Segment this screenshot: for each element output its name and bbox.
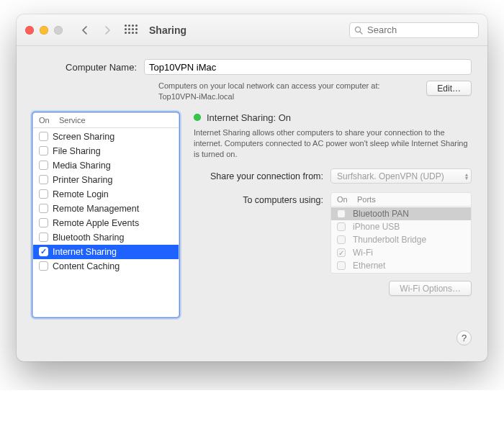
port-checkbox[interactable]	[337, 235, 346, 244]
search-field[interactable]	[349, 22, 479, 38]
service-label: Remote Login	[53, 189, 109, 199]
ports-header: On Ports	[331, 193, 471, 207]
computer-name-row: Computer Name:	[54, 59, 472, 75]
service-checkbox[interactable]	[39, 204, 48, 213]
computer-name-input[interactable]	[144, 59, 472, 75]
service-row[interactable]: Remote Login	[33, 187, 179, 202]
service-checkbox[interactable]	[39, 218, 48, 227]
port-checkbox[interactable]	[337, 209, 346, 218]
service-row[interactable]: Remote Apple Events	[33, 216, 179, 230]
computer-name-help: Computers on your local network can acce…	[158, 81, 416, 102]
services-col-service: Service	[59, 116, 173, 125]
service-description: Internet Sharing allows other computers …	[194, 127, 472, 161]
port-row[interactable]: Wi-Fi	[331, 246, 471, 259]
computer-name-label: Computer Name:	[54, 62, 137, 73]
share-from-label: Share your connection from:	[194, 171, 323, 181]
service-row[interactable]: Media Sharing	[33, 158, 179, 173]
service-label: Printer Sharing	[53, 175, 112, 185]
port-label: iPhone USB	[353, 222, 400, 232]
service-label: Content Caching	[53, 261, 120, 271]
service-checkbox[interactable]	[39, 233, 48, 242]
status-indicator-icon	[194, 114, 201, 121]
service-label: Screen Sharing	[53, 132, 114, 142]
service-row[interactable]: Remote Management	[33, 202, 179, 216]
service-label: Bluetooth Sharing	[53, 233, 124, 243]
service-label: File Sharing	[53, 146, 101, 156]
service-label: Remote Management	[53, 204, 139, 214]
service-checkbox[interactable]	[39, 189, 48, 199]
zoom-icon	[54, 26, 63, 35]
services-list[interactable]: On Service Screen SharingFile SharingMed…	[32, 112, 179, 317]
port-row[interactable]: iPhone USB	[331, 220, 471, 233]
popup-arrows-icon: ▴▾	[465, 173, 468, 180]
services-header: On Service	[33, 113, 179, 128]
service-row[interactable]: File Sharing	[33, 144, 179, 158]
ports-col-on: On	[337, 195, 357, 204]
port-label: Ethernet	[353, 261, 385, 271]
port-checkbox[interactable]	[337, 248, 346, 257]
back-button[interactable]	[76, 22, 93, 38]
service-row[interactable]: Printer Sharing	[33, 173, 179, 187]
window-controls	[25, 26, 63, 35]
status-text: Internet Sharing: On	[207, 112, 291, 123]
port-label: Wi-Fi	[353, 248, 373, 258]
share-from-value: Surfshark. OpenVPN (UDP)	[337, 171, 444, 181]
service-checkbox[interactable]	[39, 261, 48, 271]
service-row[interactable]: Internet Sharing	[33, 245, 179, 259]
service-detail: Internet Sharing: On Internet Sharing al…	[194, 112, 472, 297]
service-row[interactable]: Content Caching	[33, 259, 179, 274]
port-checkbox[interactable]	[337, 261, 346, 270]
forward-button[interactable]	[99, 22, 116, 38]
to-computers-label: To computers using:	[194, 192, 323, 205]
ports-col-ports: Ports	[357, 195, 465, 204]
svg-line-1	[360, 32, 362, 34]
service-checkbox[interactable]	[39, 132, 48, 141]
titlebar: Sharing	[17, 14, 487, 46]
service-label: Media Sharing	[53, 161, 111, 171]
content-area: Computer Name: Computers on your local n…	[17, 46, 487, 361]
share-from-popup[interactable]: Surfshark. OpenVPN (UDP) ▴▾	[330, 168, 472, 184]
page-title: Sharing	[149, 24, 186, 36]
edit-button[interactable]: Edit…	[426, 81, 472, 96]
services-col-on: On	[39, 116, 56, 125]
close-icon[interactable]	[25, 26, 34, 35]
help-button[interactable]: ?	[456, 330, 472, 346]
service-label: Internet Sharing	[53, 247, 117, 257]
sharing-preferences-window: Sharing Computer Name: Computers on your…	[17, 14, 487, 361]
ports-list[interactable]: On Ports Bluetooth PANiPhone USBThunderb…	[330, 192, 472, 274]
service-row[interactable]: Screen Sharing	[33, 130, 179, 144]
service-checkbox[interactable]	[39, 161, 48, 170]
service-checkbox[interactable]	[39, 175, 48, 184]
search-icon	[354, 26, 363, 35]
computer-name-help-line2: Top10VPN-iMac.local	[158, 91, 416, 102]
computer-name-help-line1: Computers on your local network can acce…	[158, 81, 416, 91]
port-row[interactable]: Bluetooth PAN	[331, 207, 471, 220]
port-row[interactable]: Ethernet	[331, 259, 471, 272]
service-label: Remote Apple Events	[53, 218, 139, 228]
service-row[interactable]: Bluetooth Sharing	[33, 230, 179, 245]
service-checkbox[interactable]	[39, 247, 48, 256]
wifi-options-button[interactable]: Wi-Fi Options…	[389, 281, 472, 296]
search-input[interactable]	[367, 24, 474, 35]
minimize-icon[interactable]	[40, 26, 48, 35]
port-label: Bluetooth PAN	[353, 209, 409, 219]
port-label: Thunderbolt Bridge	[353, 235, 426, 245]
service-checkbox[interactable]	[39, 146, 48, 155]
svg-point-0	[355, 27, 360, 32]
port-row[interactable]: Thunderbolt Bridge	[331, 233, 471, 246]
show-all-button[interactable]	[122, 22, 139, 38]
port-checkbox[interactable]	[337, 222, 346, 231]
